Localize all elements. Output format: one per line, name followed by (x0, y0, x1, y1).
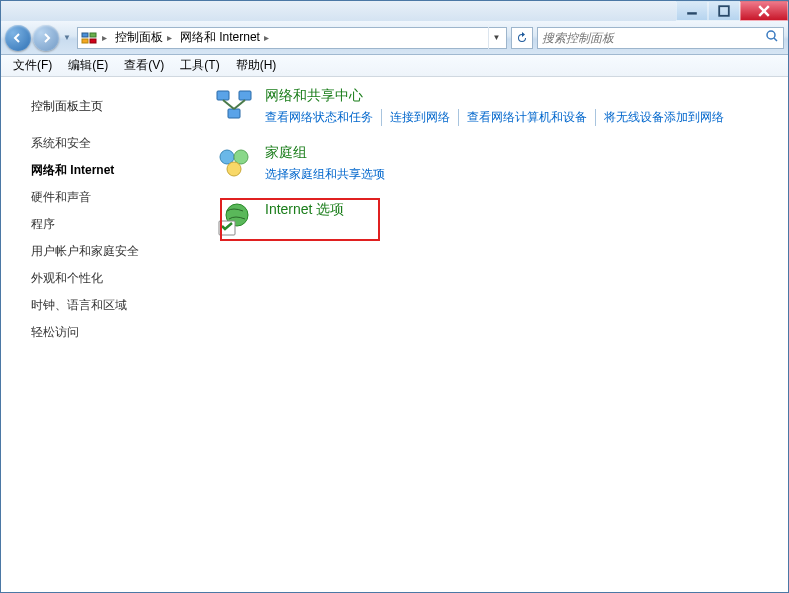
category-body: 网络和共享中心 查看网络状态和任务 连接到网络 查看网络计算机和设备 将无线设备… (265, 87, 778, 126)
search-box[interactable] (537, 27, 784, 49)
sidebar-home[interactable]: 控制面板主页 (11, 93, 201, 120)
sidebar-item-appearance[interactable]: 外观和个性化 (11, 265, 201, 292)
breadcrumb-separator[interactable]: ▸ (98, 28, 111, 48)
svg-rect-5 (90, 33, 96, 37)
svg-line-13 (223, 100, 234, 109)
category-body: 家庭组 选择家庭组和共享选项 (265, 144, 778, 183)
network-sharing-icon (215, 87, 253, 125)
svg-point-17 (227, 162, 241, 176)
link-add-wireless[interactable]: 将无线设备添加到网络 (596, 109, 732, 126)
category-network-sharing: 网络和共享中心 查看网络状态和任务 连接到网络 查看网络计算机和设备 将无线设备… (215, 87, 778, 126)
menu-help[interactable]: 帮助(H) (228, 55, 285, 76)
control-panel-icon (80, 29, 98, 47)
navbar: ▼ ▸ 控制面板▸ 网络和 Internet▸ ▼ (1, 21, 788, 55)
sidebar-item-clock[interactable]: 时钟、语言和区域 (11, 292, 201, 319)
window-controls (676, 1, 788, 21)
svg-line-9 (774, 38, 777, 41)
refresh-button[interactable] (511, 27, 533, 49)
breadcrumb-current-label: 网络和 Internet (180, 29, 260, 46)
link-view-status[interactable]: 查看网络状态和任务 (265, 109, 382, 126)
menu-file[interactable]: 文件(F) (5, 55, 60, 76)
breadcrumb[interactable]: ▸ 控制面板▸ 网络和 Internet▸ ▼ (77, 27, 507, 49)
link-homegroup-options[interactable]: 选择家庭组和共享选项 (265, 166, 393, 183)
svg-rect-10 (217, 91, 229, 100)
breadcrumb-dropdown[interactable]: ▼ (488, 27, 504, 49)
menu-tools[interactable]: 工具(T) (172, 55, 227, 76)
svg-rect-11 (239, 91, 251, 100)
breadcrumb-root[interactable]: 控制面板▸ (111, 28, 176, 48)
search-icon[interactable] (765, 29, 779, 46)
breadcrumb-root-label: 控制面板 (115, 29, 163, 46)
sidebar-item-security[interactable]: 系统和安全 (11, 130, 201, 157)
main: 网络和共享中心 查看网络状态和任务 连接到网络 查看网络计算机和设备 将无线设备… (201, 77, 788, 592)
svg-line-14 (234, 100, 245, 109)
titlebar (1, 1, 788, 21)
menubar: 文件(F) 编辑(E) 查看(V) 工具(T) 帮助(H) (1, 55, 788, 77)
sidebar-item-ease[interactable]: 轻松访问 (11, 319, 201, 346)
category-title-homegroup[interactable]: 家庭组 (265, 144, 778, 162)
breadcrumb-current[interactable]: 网络和 Internet▸ (176, 28, 273, 48)
content: 控制面板主页 系统和安全 网络和 Internet 硬件和声音 程序 用户帐户和… (1, 77, 788, 592)
svg-rect-12 (228, 109, 240, 118)
svg-rect-7 (90, 39, 96, 43)
menu-edit[interactable]: 编辑(E) (60, 55, 116, 76)
forward-button[interactable] (33, 25, 59, 51)
close-button[interactable] (740, 1, 788, 21)
homegroup-icon (215, 144, 253, 182)
svg-rect-4 (82, 33, 88, 37)
nav-arrows: ▼ (5, 25, 73, 51)
sidebar-item-accounts[interactable]: 用户帐户和家庭安全 (11, 238, 201, 265)
back-button[interactable] (5, 25, 31, 51)
category-links: 选择家庭组和共享选项 (265, 166, 778, 183)
sidebar-item-hardware[interactable]: 硬件和声音 (11, 184, 201, 211)
category-homegroup: 家庭组 选择家庭组和共享选项 (215, 144, 778, 183)
nav-history-dropdown[interactable]: ▼ (61, 33, 73, 42)
category-links: 查看网络状态和任务 连接到网络 查看网络计算机和设备 将无线设备添加到网络 (265, 109, 778, 126)
minimize-button[interactable] (676, 1, 708, 21)
link-connect[interactable]: 连接到网络 (382, 109, 459, 126)
highlight-annotation (220, 198, 380, 241)
sidebar-item-network[interactable]: 网络和 Internet (11, 157, 201, 184)
sidebar-item-programs[interactable]: 程序 (11, 211, 201, 238)
svg-rect-1 (719, 6, 729, 16)
maximize-button[interactable] (708, 1, 740, 21)
menu-view[interactable]: 查看(V) (116, 55, 172, 76)
link-view-devices[interactable]: 查看网络计算机和设备 (459, 109, 596, 126)
category-title-network[interactable]: 网络和共享中心 (265, 87, 778, 105)
svg-point-8 (767, 31, 775, 39)
search-input[interactable] (542, 31, 765, 45)
svg-rect-6 (82, 39, 88, 43)
sidebar: 控制面板主页 系统和安全 网络和 Internet 硬件和声音 程序 用户帐户和… (1, 77, 201, 592)
control-panel-window: ▼ ▸ 控制面板▸ 网络和 Internet▸ ▼ 文件(F) 编辑(E) 查看… (0, 0, 789, 593)
